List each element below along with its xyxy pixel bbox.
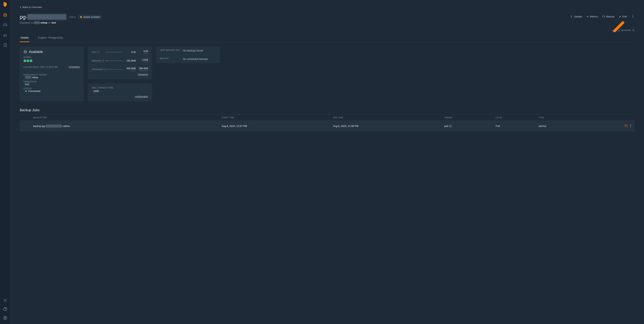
sidebar-item-analytics[interactable] [3, 33, 8, 37]
config-card: Max_Connections 1000 configuration [88, 83, 152, 101]
namespace-label: Namespace [24, 81, 80, 83]
memory-limit-label: Limit [144, 61, 148, 63]
node-dot-icon [26, 59, 29, 62]
sidebar-item-help[interactable] [3, 307, 8, 311]
svg-point-9 [633, 16, 633, 17]
sidebar-item-reports[interactable]: $ [3, 43, 8, 47]
update-dot-icon [80, 16, 82, 18]
row-more-icon[interactable] [630, 124, 631, 128]
max-conn-label: Max_Connections [92, 87, 148, 89]
status-card: Available Nodes Last seen Aug 9, 2023, 1… [20, 46, 84, 101]
storage-used-label: Used [131, 70, 136, 71]
update-label: Update [574, 15, 582, 18]
update-available-badge[interactable]: update available [78, 15, 102, 19]
deployed-on: on [48, 21, 52, 24]
title-redacted: xxxxxxxx xxxxxx [28, 14, 66, 20]
deployed-redacted: xxxxx [34, 21, 40, 24]
table-row[interactable]: backup-pg-xxxxxx xxxxxxx-adhoc Aug 8, 20… [20, 121, 635, 131]
update-button[interactable]: Update [570, 15, 582, 18]
max-conn-value: 1000 [93, 90, 148, 93]
th-job: Backup Job [33, 117, 222, 119]
status-value: Connected [28, 90, 40, 93]
sidebar-item-upload[interactable] [3, 23, 8, 27]
deployed-mid: -setup [40, 21, 48, 24]
svg-point-13 [630, 126, 631, 126]
main-content: Back to Overview pg-xxxxxxxx xxxxxx v15.… [10, 0, 644, 324]
svg-point-0 [4, 13, 7, 15]
storage-avail-label: Available [139, 70, 148, 71]
backup-info-card: Last Backup Job No backups found Backup … [156, 46, 220, 63]
metrics-button[interactable]: Metrics [586, 15, 598, 18]
tab-copilot[interactable]: Copilot - PostgreSQL [37, 34, 64, 42]
status-label: Status [24, 88, 80, 90]
history-icon[interactable] [624, 124, 628, 128]
status-dot-icon [25, 90, 26, 92]
node-indicators [24, 59, 80, 62]
deployed-env: test [52, 21, 56, 24]
metrics-label: Metrics [590, 15, 598, 18]
th-start: Start Time [222, 117, 333, 119]
svg-point-10 [633, 17, 633, 18]
memory-bar [106, 60, 123, 61]
edit-label: Edit [622, 15, 627, 18]
more-menu-button[interactable] [631, 14, 635, 19]
storage-label: Storage? [92, 68, 104, 71]
memory-limit: 12GB [142, 58, 148, 61]
backup-label: Backup [606, 15, 614, 18]
deployment-target-label: Deployment Target [24, 74, 80, 76]
sidebar-item-settings[interactable] [3, 298, 8, 303]
tab-details[interactable]: Details [20, 34, 30, 42]
resources-card: CPU? 0.02 6.00Limit Memory? 291.8MB 12GB… [88, 46, 152, 79]
sidebar-item-account[interactable] [3, 316, 8, 320]
memory-label: Memory? [92, 60, 104, 62]
cpu-bar [106, 52, 123, 53]
job-end: Aug 8, 2023, 12:58 PM [333, 125, 444, 128]
backup-schedule-label: Backup [160, 58, 183, 60]
help-icon[interactable]: ? [104, 68, 105, 71]
refresh-button[interactable] [632, 29, 635, 32]
refresh-timestamp: as of 11:36:44 AM [612, 29, 630, 32]
storage-used: 836.5MB [126, 67, 136, 70]
job-name: backup-pg-xxxxxx xxxxxxx-adhoc [33, 125, 222, 128]
edit-button[interactable]: Edit [619, 15, 627, 18]
help-icon[interactable]: ? [102, 60, 104, 62]
svg-point-3 [4, 300, 6, 301]
job-target: pds-xx [444, 125, 496, 128]
last-backup-value: No backups found [183, 49, 203, 52]
svg-point-8 [633, 15, 633, 15]
backup-schedule-value: No scheduled backups [183, 58, 208, 60]
deployed-info: Deployed to xxxxx-setup on test [20, 21, 102, 24]
storage-bar [106, 69, 123, 70]
update-badge-label: update available [83, 16, 100, 18]
svg-text:$: $ [5, 44, 6, 46]
svg-point-7 [4, 317, 6, 318]
node-dot-icon [30, 59, 32, 62]
page-title: pg-xxxxxxxx xxxxxx [20, 14, 66, 20]
th-end: End Time [333, 117, 444, 119]
sidebar-item-database[interactable] [3, 13, 8, 17]
configuration-link[interactable]: configuration [135, 95, 148, 98]
cpu-limit-label: Limit [144, 53, 148, 54]
job-type: Ad-hoc [538, 125, 616, 128]
last-seen-text: Last seen Aug 9, 2023, 11:36:31 AM [24, 66, 58, 68]
backup-jobs-title: Backup Jobs [20, 108, 635, 112]
help-icon[interactable]: ? [97, 51, 100, 53]
app-logo [3, 1, 8, 7]
storage-avail: 296.4GB [139, 67, 148, 70]
deployed-prefix: Deployed to [20, 21, 34, 24]
title-prefix: pg- [20, 14, 28, 20]
th-target: Target [444, 117, 496, 119]
memory-value: 291.8MB [126, 59, 136, 62]
node-dot-icon [24, 59, 26, 62]
sidebar: $ [0, 0, 10, 324]
svg-point-14 [630, 127, 631, 127]
back-link[interactable]: Back to Overview [20, 6, 42, 8]
cpu-value: 0.02 [131, 51, 136, 53]
backup-button[interactable]: Backup [602, 15, 614, 18]
last-backup-label: Last Backup Job [160, 49, 183, 52]
nodes-label: Nodes [24, 56, 80, 58]
connection-link[interactable]: connection [69, 66, 80, 68]
resources-link[interactable]: resources [138, 73, 148, 76]
job-start: Aug 8, 2023, 12:57 PM [222, 125, 333, 128]
database-icon [24, 50, 27, 54]
